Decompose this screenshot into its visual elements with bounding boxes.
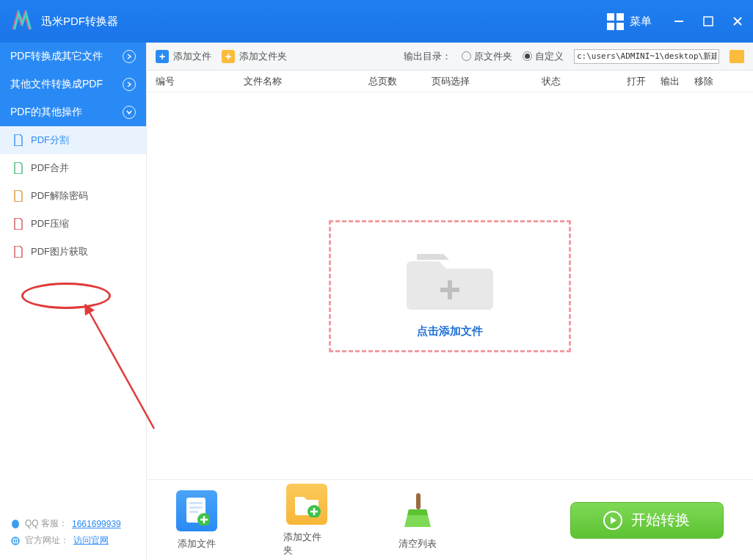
svg-rect-10	[189, 502, 203, 504]
col-page-range: 页码选择	[432, 75, 542, 88]
sidebar-item-pdf-compress[interactable]: PDF压缩	[0, 210, 146, 238]
sidebar: PDF转换成其它文件 其他文件转换成PDF PDF的其他操作 PDF分割 PDF…	[0, 43, 147, 560]
sidebar-footer: QQ 客服： 1661699939 官方网址： 访问官网	[0, 504, 146, 560]
sidebar-category-pdf-other-ops[interactable]: PDF的其他操作	[0, 98, 146, 126]
menu-grid-icon	[607, 13, 624, 30]
svg-point-5	[12, 520, 19, 528]
category-label: 其他文件转换成PDF	[10, 78, 103, 91]
radio-source-folder[interactable]: 原文件夹	[462, 50, 512, 63]
chevron-right-icon	[123, 50, 136, 63]
radio-icon	[462, 51, 471, 61]
add-folder-label: 添加文件夹	[239, 50, 287, 63]
minimize-button[interactable]	[672, 15, 685, 28]
window-controls	[672, 15, 744, 28]
maximize-button[interactable]	[702, 15, 715, 28]
bottom-add-folder-label: 添加文件夹	[283, 531, 331, 557]
qq-link[interactable]: 1661699939	[72, 519, 121, 529]
bottom-clear-label: 清空列表	[399, 537, 437, 550]
bottom-clear-button[interactable]: 清空列表	[397, 490, 438, 550]
qq-label: QQ 客服：	[25, 517, 68, 530]
folder-plus-icon	[286, 484, 327, 525]
sidebar-item-pdf-split[interactable]: PDF分割	[0, 126, 146, 154]
add-folder-button[interactable]: + 添加文件夹	[222, 50, 287, 63]
site-label: 官方网址：	[25, 534, 69, 547]
sidebar-item-pdf-extract-images[interactable]: PDF图片获取	[0, 238, 146, 266]
sidebar-item-label: PDF解除密码	[31, 189, 88, 203]
app-title: 迅米PDF转换器	[41, 15, 118, 29]
plus-icon: +	[222, 50, 235, 63]
category-label: PDF的其他操作	[10, 106, 82, 119]
globe-icon	[10, 536, 21, 546]
titlebar: 迅米PDF转换器 菜单	[0, 0, 753, 43]
file-icon	[13, 162, 23, 174]
output-path-input[interactable]	[574, 49, 719, 64]
plus-icon: +	[156, 50, 169, 63]
sidebar-item-label: PDF图片获取	[31, 245, 88, 258]
radio-checked-icon	[523, 51, 532, 61]
col-filename: 文件名称	[244, 75, 368, 88]
drop-area: 点击添加文件	[147, 92, 753, 479]
table-header: 编号 文件名称 总页数 页码选择 状态 打开 输出 移除	[147, 70, 753, 92]
chevron-right-icon	[123, 78, 136, 91]
sidebar-item-pdf-unlock[interactable]: PDF解除密码	[0, 182, 146, 210]
sidebar-item-label: PDF合并	[31, 161, 69, 175]
menu-label: 菜单	[630, 15, 652, 29]
sidebar-category-other-to-pdf[interactable]: 其他文件转换成PDF	[0, 70, 146, 98]
start-convert-button[interactable]: 开始转换	[570, 502, 724, 539]
bottom-bar: 添加文件 添加文件夹 清空列表 开始转换	[147, 479, 753, 560]
svg-rect-11	[189, 506, 203, 509]
category-label: PDF转换成其它文件	[10, 50, 103, 63]
file-icon	[13, 246, 23, 258]
sidebar-item-label: PDF压缩	[31, 217, 69, 230]
qq-icon	[10, 519, 21, 529]
radio-custom-label: 自定义	[535, 50, 564, 63]
drop-text: 点击添加文件	[417, 324, 483, 338]
toolbar: + 添加文件 + 添加文件夹 输出目录： 原文件夹 自定义	[147, 43, 753, 70]
radio-source-label: 原文件夹	[474, 50, 512, 63]
svg-rect-1	[704, 17, 713, 26]
chevron-down-icon	[123, 106, 136, 119]
start-label: 开始转换	[631, 510, 690, 530]
sidebar-item-label: PDF分割	[31, 134, 69, 147]
browse-folder-button[interactable]	[730, 50, 744, 63]
col-remove: 移除	[694, 75, 728, 88]
svg-line-4	[88, 310, 154, 429]
sidebar-item-pdf-merge[interactable]: PDF合并	[0, 154, 146, 182]
add-file-button[interactable]: + 添加文件	[156, 50, 211, 63]
add-file-label: 添加文件	[173, 50, 211, 63]
svg-rect-15	[416, 493, 421, 509]
col-open: 打开	[627, 75, 661, 88]
col-status: 状态	[542, 75, 627, 88]
folder-plus-icon	[402, 242, 498, 316]
col-pages: 总页数	[368, 75, 432, 88]
file-icon	[13, 134, 23, 146]
app-logo-icon	[9, 9, 34, 34]
sidebar-category-pdf-to-other[interactable]: PDF转换成其它文件	[0, 43, 146, 70]
bottom-add-folder-button[interactable]: 添加文件夹	[283, 484, 331, 557]
close-button[interactable]	[731, 15, 744, 28]
main-panel: + 添加文件 + 添加文件夹 输出目录： 原文件夹 自定义 编号 文件名称	[147, 43, 753, 560]
bottom-add-file-button[interactable]: 添加文件	[176, 490, 217, 550]
radio-custom-folder[interactable]: 自定义	[523, 50, 564, 63]
broom-icon	[397, 490, 438, 531]
col-output: 输出	[661, 75, 694, 88]
file-icon	[13, 190, 23, 202]
play-icon	[603, 511, 622, 530]
menu-button[interactable]: 菜单	[607, 13, 652, 30]
file-icon	[13, 218, 23, 230]
bottom-add-file-label: 添加文件	[178, 537, 216, 550]
site-link[interactable]: 访问官网	[73, 534, 109, 547]
file-plus-icon	[176, 490, 217, 531]
output-label: 输出目录：	[404, 50, 451, 63]
annotation-circle	[21, 283, 111, 309]
col-number: 编号	[156, 75, 244, 88]
svg-rect-12	[189, 511, 198, 513]
drop-zone[interactable]: 点击添加文件	[329, 220, 571, 352]
